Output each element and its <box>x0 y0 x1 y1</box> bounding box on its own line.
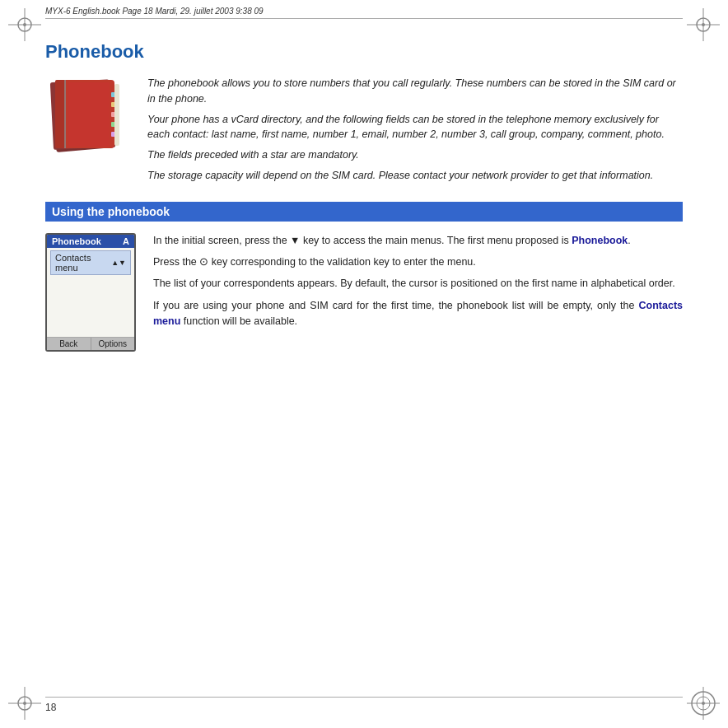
intro-p1: The phonebook allows you to store number… <box>147 76 683 107</box>
using-section: Phonebook A Contacts menu ▲▼ Back Option… <box>45 233 683 352</box>
corner-mark-bl <box>8 687 41 720</box>
svg-rect-20 <box>55 80 65 148</box>
intro-text: The phonebook allows you to store number… <box>147 76 683 189</box>
body-p3: The list of your correspondents appears.… <box>153 276 683 292</box>
intro-p4: The storage capacity will depend on the … <box>147 168 683 184</box>
svg-point-16 <box>702 702 705 705</box>
intro-p2: Your phone has a vCard directory, and th… <box>147 112 683 143</box>
phone-header-label: Phonebook <box>52 236 101 246</box>
phone-footer: Back Options <box>47 337 134 350</box>
phonebook-bold: Phonebook <box>572 235 628 246</box>
phone-menu-icon: ▲▼ <box>111 259 126 267</box>
phone-menu-label: Contacts menu <box>55 253 111 273</box>
section-heading: Using the phonebook <box>45 202 683 222</box>
page-title: Phonebook <box>45 41 683 63</box>
contacts-menu-bold: Contacts menu <box>153 300 683 327</box>
corner-mark-tr <box>687 8 720 41</box>
body-p2: Press the ⊙ key corresponding to the val… <box>153 254 683 270</box>
svg-point-11 <box>23 702 26 705</box>
phonebook-image <box>45 76 136 158</box>
phone-body <box>47 278 134 335</box>
body-p4: If you are using your phone and SIM card… <box>153 298 683 330</box>
svg-rect-26 <box>114 84 119 146</box>
main-content: Phonebook <box>45 33 683 695</box>
body-text: In the initial screen, press the ▼ key t… <box>153 233 683 352</box>
svg-point-3 <box>23 23 26 26</box>
phone-menu-item: Contacts menu ▲▼ <box>50 250 131 275</box>
phone-screen: Phonebook A Contacts menu ▲▼ Back Option… <box>45 233 136 352</box>
corner-mark-br <box>687 687 720 720</box>
phone-mockup: Phonebook A Contacts menu ▲▼ Back Option… <box>45 233 140 352</box>
intro-section: The phonebook allows you to store number… <box>45 76 683 189</box>
svg-point-7 <box>702 23 705 26</box>
intro-p3: The fields preceded with a star are mand… <box>147 147 683 163</box>
header-bar: MYX-6 English.book Page 18 Mardi, 29. ju… <box>45 7 683 19</box>
body-p1: In the initial screen, press the ▼ key t… <box>153 233 683 249</box>
header-text: MYX-6 English.book Page 18 Mardi, 29. ju… <box>45 7 264 16</box>
svg-rect-27 <box>68 82 110 147</box>
phone-header-letter: A <box>123 236 129 246</box>
phone-back-btn: Back <box>47 338 91 350</box>
page-number: 18 <box>45 702 56 713</box>
page-footer: 18 <box>45 697 683 713</box>
corner-mark-tl <box>8 8 41 41</box>
phone-options-btn: Options <box>91 338 135 350</box>
phone-header: Phonebook A <box>47 235 134 248</box>
